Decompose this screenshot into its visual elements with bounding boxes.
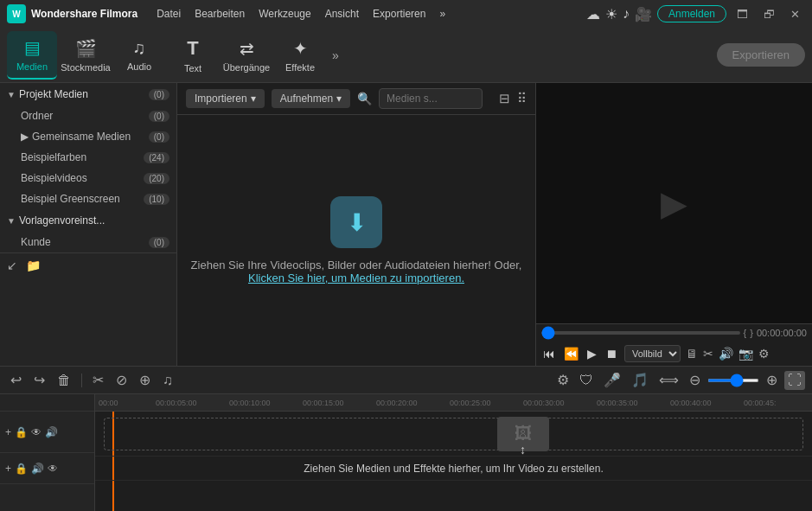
import-link[interactable]: Klicken Sie hier, um Medien zu importier… (248, 271, 464, 284)
sidebar-gemeinsame-badge: (0) (149, 131, 169, 143)
sidebar: ▼ Projekt Medien (0) Ordner (0) ▶ Gemein… (0, 83, 177, 366)
tool-audio[interactable]: ♫ Audio (114, 31, 164, 80)
camera-icon[interactable]: 🎥 (635, 6, 652, 22)
tool-ubergange[interactable]: ⇄ Übergänge (221, 31, 272, 80)
toolbar-divider (81, 374, 82, 387)
timeline-ruler-area: 00:00 00:00:05:00 00:00:10:00 00:00:15:0… (95, 394, 812, 511)
filter-icon[interactable]: ⊟ (499, 91, 510, 106)
anmelden-button[interactable]: Anmelden (657, 5, 726, 22)
tool-effekte[interactable]: ✦ Effekte (275, 31, 325, 80)
export-button[interactable]: Exportieren (717, 43, 805, 67)
zoom-out-icon[interactable]: ⊖ (686, 370, 704, 390)
track-add2-icon[interactable]: + (5, 463, 11, 475)
sidebar-header-vorlagen[interactable]: ▼ Vorlagenvoreinst... (0, 209, 176, 232)
video-drop-zone[interactable]: 🖼 ↕ (104, 418, 803, 450)
sidebar-gemeinsame-label: Gemeinsame Medien (32, 131, 131, 143)
redo-button[interactable]: ↪ (30, 370, 48, 390)
settings3-icon[interactable]: ⚙ (553, 370, 572, 390)
crop-icon[interactable]: ✂ (703, 347, 713, 361)
logo-icon: W (7, 4, 26, 23)
volume-icon[interactable]: 🔊 (719, 347, 733, 361)
import-icon[interactable]: ↙ (7, 259, 17, 272)
timeline-ruler: 00:00 00:00:05:00 00:00:10:00 00:00:15:0… (95, 394, 812, 412)
stop-button[interactable]: ⏹ (604, 345, 619, 362)
sidebar-header-projekt[interactable]: ▼ Projekt Medien (0) (0, 83, 176, 105)
restore-icon[interactable]: 🗗 (758, 8, 780, 21)
tool-stockmedia[interactable]: 🎬 Stockmedia (61, 31, 111, 80)
shield-icon[interactable]: 🛡 (576, 371, 597, 390)
download-icon: ⬇ (347, 208, 367, 237)
fullscreen-select[interactable]: Vollbild (624, 345, 681, 362)
fullscreen2-icon[interactable]: ⛶ (784, 371, 805, 390)
toolbar-more-icon[interactable]: » (329, 48, 342, 62)
app-logo: W Wondershare Filmora (7, 4, 137, 23)
media-toolbar-icons: ⊟ ⠿ (499, 91, 527, 106)
undo-button[interactable]: ↩ (7, 370, 25, 390)
sidebar-item-beispielvideos[interactable]: Beispielvideos (20) (0, 168, 176, 188)
sidebar-item-greenscreen[interactable]: Beispiel Greenscreen (10) (0, 188, 176, 209)
menu-bearbeiten[interactable]: Bearbeiten (189, 6, 250, 22)
track-volume-icon[interactable]: 🔊 (45, 426, 58, 438)
sidebar-kunde-badge: (0) (149, 237, 169, 248)
frame-back-button[interactable]: ⏪ (562, 345, 580, 362)
menu-more[interactable]: » (434, 6, 451, 22)
sidebar-item-ordner[interactable]: Ordner (0) (0, 105, 176, 126)
menu-exportieren[interactable]: Exportieren (368, 6, 431, 22)
skip-back-button[interactable]: ⏮ (541, 345, 557, 362)
timeline-tracks-left: + 🔒 👁 🔊 + 🔒 🔊 👁 (0, 394, 95, 511)
settings2-icon[interactable]: ⚙ (758, 347, 770, 361)
menu-datei[interactable]: Datei (151, 6, 186, 22)
close-icon[interactable]: ✕ (785, 8, 805, 21)
import-dropdown-icon[interactable]: ▾ (251, 93, 256, 105)
sidebar-bottom-icons: ↙ 📁 (0, 252, 176, 278)
menu-ansicht[interactable]: Ansicht (320, 6, 364, 22)
media-search-input[interactable] (379, 88, 483, 109)
menu-werkzeuge[interactable]: Werkzeuge (253, 6, 316, 22)
sidebar-beispielfarben-badge: (24) (144, 152, 169, 163)
play-button[interactable]: ▶ (585, 345, 598, 362)
zoom-in-icon[interactable]: ⊕ (763, 370, 781, 390)
ruler-spacer (0, 394, 94, 412)
tool-medien[interactable]: ▤ Medien (7, 31, 57, 80)
grid-icon[interactable]: ⠿ (517, 91, 527, 106)
track-eye2-icon[interactable]: 👁 (48, 463, 58, 475)
track-lock2-icon[interactable]: 🔒 (15, 463, 28, 475)
track-add-icon[interactable]: + (5, 426, 11, 438)
audio2-button[interactable]: ♫ (159, 371, 176, 390)
aufnehmen-dropdown-icon[interactable]: ▾ (336, 93, 342, 105)
snapshot-icon[interactable]: 📷 (738, 347, 753, 361)
preview-scrubber[interactable] (541, 331, 740, 335)
track-eye-icon[interactable]: 👁 (31, 426, 42, 438)
search-icon: 🔍 (357, 92, 372, 105)
transition-icon[interactable]: ⟺ (655, 370, 682, 390)
track-volume2-icon[interactable]: 🔊 (31, 463, 44, 475)
music-icon[interactable]: ♪ (623, 6, 630, 22)
aufnehmen-button[interactable]: Aufnehmen ▾ (272, 89, 350, 108)
aufnehmen-label: Aufnehmen (280, 93, 333, 105)
cut-button[interactable]: ✂ (89, 370, 107, 390)
tool-text[interactable]: T Text (168, 31, 218, 80)
adjust-button[interactable]: ⊕ (136, 370, 154, 390)
track-label-audio: + 🔒 🔊 👁 (0, 453, 94, 484)
media-thumbnail[interactable]: 🖼 ↕ (497, 417, 549, 451)
media-drop-area[interactable]: ⬇ Ziehen Sie Ihre Videoclips, Bilder ode… (177, 115, 535, 366)
ruler-mark-2: 00:00:10:00 (229, 399, 271, 407)
sidebar-projekt-badge: (0) (149, 89, 169, 100)
zoom-slider[interactable] (707, 379, 759, 382)
mic-icon[interactable]: 🎤 (600, 370, 624, 390)
sun-icon[interactable]: ☀ (605, 6, 617, 22)
time-bracket-end: } (750, 328, 753, 338)
cloud-icon[interactable]: ☁ (586, 6, 600, 22)
drop-icon: ⬇ (330, 196, 382, 248)
sidebar-item-kunde[interactable]: Kunde (0) (0, 232, 176, 252)
minimize-icon[interactable]: 🗖 (732, 8, 753, 21)
import-button[interactable]: Importieren ▾ (186, 89, 265, 108)
folder-icon[interactable]: 📁 (26, 259, 41, 272)
track-lock-icon[interactable]: 🔒 (15, 426, 28, 438)
crop2-button[interactable]: ⊘ (112, 370, 131, 390)
sidebar-item-beispielfarben[interactable]: Beispielfarben (24) (0, 147, 176, 168)
monitor-icon[interactable]: 🖥 (686, 347, 698, 361)
delete-button[interactable]: 🗑 (54, 371, 74, 390)
music2-icon[interactable]: 🎵 (628, 370, 652, 390)
sidebar-item-gemeinsame[interactable]: ▶ Gemeinsame Medien (0) (0, 126, 176, 147)
